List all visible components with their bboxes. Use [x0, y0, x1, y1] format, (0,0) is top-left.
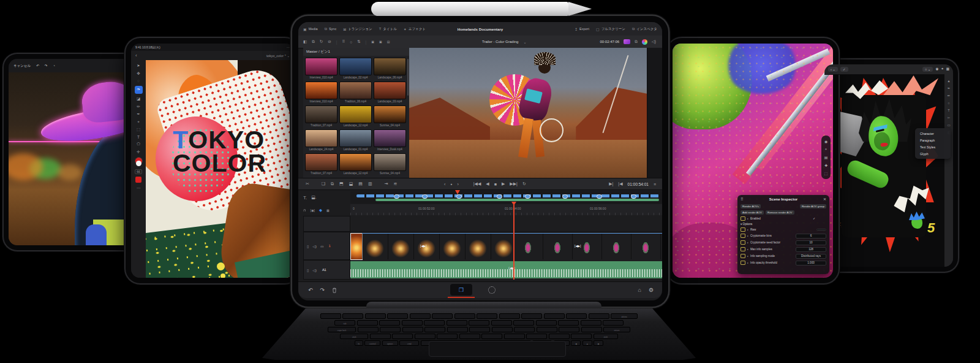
shape-tool-icon[interactable]: ○ [948, 101, 949, 105]
key[interactable] [358, 327, 379, 332]
type-tool-icon[interactable]: T [948, 109, 949, 112]
fit-clip-icon[interactable]: ⬓ [349, 182, 353, 186]
media-clip[interactable]: Landscape_12.mp4 [339, 105, 372, 127]
back-button[interactable]: ‹ [135, 53, 137, 58]
media-clip[interactable]: Landscape_01.mp4 [339, 129, 372, 151]
key[interactable] [415, 334, 435, 339]
go-end-icon[interactable]: ▶▶| [510, 182, 518, 186]
key[interactable] [558, 320, 579, 326]
key[interactable] [392, 334, 413, 339]
aov-toggle-icon[interactable] [741, 247, 745, 251]
media-clip[interactable]: Landscape_12.mp4 [339, 153, 372, 175]
inspector-row-value[interactable]: 1.000 [796, 261, 826, 266]
key-cmd[interactable]: cmd [399, 340, 419, 346]
key[interactable] [549, 334, 570, 339]
minimap-playhead[interactable] [455, 190, 460, 194]
key-option[interactable]: option [382, 340, 398, 346]
lasso-tool-icon[interactable]: ◌ [137, 78, 140, 83]
key[interactable] [537, 327, 557, 332]
options-header[interactable]: ▾ Options [737, 221, 829, 226]
key[interactable] [536, 320, 557, 326]
inspector-row-value[interactable]: 10 [796, 240, 826, 245]
aov-toggle-icon[interactable] [741, 254, 745, 258]
track-v1-header[interactable]: ▯ ◁) ▭ 1 [303, 232, 350, 260]
aov-toggle-icon[interactable] [741, 240, 745, 245]
shape-tool-icon[interactable]: ⬠ [137, 142, 140, 147]
loop-icon[interactable]: ↻ [522, 182, 526, 186]
aov-toggle-icon[interactable] [741, 261, 745, 265]
media-clip[interactable]: Interview_Dusk.mp4 [374, 129, 406, 151]
resize-icon[interactable]: ⧉ [635, 39, 638, 44]
sync-button[interactable]: ⧉Sync [325, 27, 337, 31]
timeline-ruler[interactable]: 001:00:52:0001:00:54:0001:00:56:00 [350, 204, 662, 216]
media-clip[interactable]: Landscape_06.mp4 [374, 58, 406, 79]
film-view-icon[interactable]: ▤ [387, 40, 390, 44]
sort-icon[interactable]: ⇅ [357, 39, 360, 44]
go-start-icon[interactable]: |◀◀ [473, 182, 481, 186]
expand-icon[interactable]: ▸ [747, 217, 748, 220]
key[interactable] [402, 320, 423, 326]
key-return[interactable]: return [603, 327, 630, 332]
key-tab[interactable]: tab [334, 320, 355, 326]
home-icon[interactable]: ⌂ [638, 287, 641, 293]
key[interactable] [481, 334, 502, 339]
play-icon[interactable]: ▶ [502, 182, 505, 186]
key[interactable] [454, 313, 475, 319]
ripple-icon[interactable]: ▥ [368, 182, 372, 186]
close-icon[interactable]: ✕ [823, 197, 826, 201]
expand-icon[interactable]: ▸ [747, 228, 748, 231]
key[interactable] [357, 320, 378, 326]
cut-page-button[interactable]: ❐ [450, 284, 472, 296]
document-title[interactable]: tokyo_color * ⌄ [266, 54, 290, 58]
key[interactable] [477, 313, 497, 319]
inspector-row[interactable]: ▸Info sampling modeDistributed rays [737, 253, 829, 259]
scissors-tool-icon[interactable]: ✂ [948, 116, 951, 120]
inspector-button[interactable]: ⧉インスペクタ [632, 27, 657, 31]
inspector-row-value[interactable] [816, 229, 826, 231]
grid-icon[interactable]: ▦ [946, 67, 949, 72]
pen-tool-icon[interactable]: ✒ [137, 112, 140, 117]
undo-icon[interactable]: ↶ [36, 64, 39, 67]
cancel-button[interactable]: キャンセル [13, 64, 31, 68]
color-wheels-icon[interactable] [642, 39, 647, 45]
media-clip[interactable]: Sunrise_04.mp4 [374, 105, 406, 127]
transitions-button[interactable]: ⊠トランジション [343, 27, 372, 31]
bin-breadcrumb[interactable]: Master / ビン1 [303, 48, 409, 56]
key[interactable] [320, 313, 341, 319]
stop-icon[interactable]: ■ [494, 182, 497, 186]
insert-clip-icon[interactable]: ❏ [322, 182, 325, 186]
media-button[interactable]: ▣Media [303, 27, 318, 31]
aov-toggle-icon[interactable] [741, 234, 745, 238]
grid-view-icon[interactable]: ⠿ [342, 39, 345, 44]
speaker-icon[interactable]: ◁) [652, 39, 656, 44]
pen-tool-icon[interactable]: ✒ [948, 86, 951, 90]
panel-title-bar[interactable]: ⠿ Scene Inspector ✕ [737, 195, 829, 203]
jog-left-icon[interactable]: ‹ [444, 182, 445, 186]
media-clip[interactable]: Tradition_07.mp4 [305, 153, 337, 175]
inspector-row-value[interactable]: 128 [796, 247, 826, 252]
inspector-row[interactable]: ▸Cryptomatte seed factor10 [737, 239, 829, 246]
timeline-view-icon[interactable]: ⇥ [385, 182, 388, 186]
key[interactable] [492, 327, 513, 332]
key-delete[interactable]: delete [611, 313, 638, 319]
expand-icon[interactable]: ▸ [747, 234, 748, 237]
transform-tool-icon[interactable]: ✛ [137, 150, 140, 155]
camera-icon[interactable]: ◉ [824, 139, 827, 143]
key[interactable] [380, 327, 401, 332]
key[interactable] [491, 320, 512, 326]
fill-swatch[interactable] [135, 177, 141, 183]
node-tool-icon[interactable]: ✥ [137, 71, 140, 76]
key[interactable] [402, 327, 423, 332]
cut-tool-icon[interactable]: ✂ [306, 182, 309, 186]
inspector-row-value[interactable]: 6 [796, 234, 826, 239]
key[interactable] [424, 320, 445, 326]
speaker-icon[interactable]: ◁) [312, 268, 317, 272]
stroke-width-value[interactable]: 66 [135, 169, 142, 174]
render-aov-group-tab[interactable]: Render AOV group [800, 204, 826, 208]
key-shift[interactable]: shift [594, 334, 618, 339]
key-control[interactable]: control [364, 340, 380, 346]
media-clip[interactable]: Interview_010.mp4 [305, 58, 337, 79]
key[interactable] [521, 313, 542, 319]
overwrite-clip-icon[interactable]: ⧉ [331, 182, 334, 186]
pencil-tool-icon[interactable]: ✏ [948, 94, 951, 97]
